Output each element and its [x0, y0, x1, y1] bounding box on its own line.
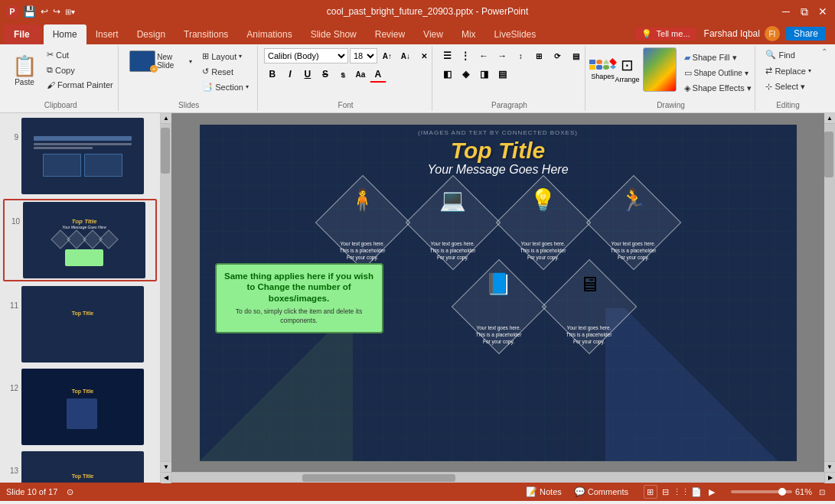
select-button[interactable]: ⊹ Select ▾	[762, 80, 809, 94]
tab-transitions[interactable]: Transitions	[175, 24, 237, 44]
line-spacing-button[interactable]: ↕	[512, 47, 529, 64]
align-left-button[interactable]: ◧	[439, 66, 455, 83]
callout-box[interactable]: Same thing applies here if you wish to C…	[215, 263, 383, 334]
font-name-select[interactable]: Calibri (Body)	[264, 48, 348, 63]
slide-canvas[interactable]: (IMAGES AND TEXT BY CONNECTED BOXES) Top…	[200, 125, 797, 461]
h-scrollbar[interactable]: ◀ ▶	[161, 472, 835, 483]
quick-save[interactable]: 💾	[23, 5, 36, 18]
status-right: 📝 Notes 💬 Comments ⊞ ⊟ ⋮⋮ 📄 ▶ 61% ⊡	[523, 485, 829, 499]
new-slide-button[interactable]: + New Slide ▾	[125, 47, 197, 75]
diamond-3[interactable]: 💡 Your text goes here.This is a placehol…	[501, 183, 585, 263]
justify-button[interactable]: ▤	[494, 66, 510, 83]
ribbon-collapse-button[interactable]: ⌃	[821, 46, 832, 111]
bold-button[interactable]: B	[264, 66, 281, 83]
v-scrollbar-left[interactable]: ▲ ▼	[161, 113, 171, 472]
scroll-up-button[interactable]: ▲	[161, 113, 171, 124]
italic-button[interactable]: I	[282, 66, 298, 83]
tell-me-box[interactable]: 💡 Tell me...	[635, 28, 696, 41]
close-button[interactable]: ✕	[817, 5, 829, 18]
replace-button[interactable]: ⇄ Replace ▾	[762, 63, 814, 78]
diamond-1[interactable]: 🧍 Your text goes here.This is a placehol…	[321, 183, 405, 263]
tab-animations[interactable]: Animations	[237, 24, 301, 44]
slideshow-button[interactable]: ▶	[705, 485, 719, 499]
tab-liveslides[interactable]: LiveSlides	[485, 24, 546, 44]
strikethrough-button[interactable]: S	[317, 66, 334, 83]
slide-thumb-10[interactable]: 10 Top Title Your Message Goes Here	[3, 199, 157, 281]
increase-indent-button[interactable]: →	[494, 47, 510, 64]
text-direction-button[interactable]: ⟳	[549, 47, 566, 64]
zoom-slider[interactable]	[731, 490, 792, 493]
slide-thumb-9[interactable]: 9	[3, 116, 157, 196]
format-painter-button[interactable]: 🖌 Format Painter	[43, 78, 117, 92]
align-right-button[interactable]: ◨	[475, 66, 492, 83]
quick-redo[interactable]: ↪	[53, 6, 60, 17]
diamond-5[interactable]: 📘 Your text goes here.This is a placehol…	[457, 267, 541, 347]
tab-insert[interactable]: Insert	[86, 24, 128, 44]
shadow-button[interactable]: s	[334, 66, 351, 83]
align-smartart-button[interactable]: ▤	[567, 47, 584, 64]
increase-font-button[interactable]: A↑	[379, 47, 396, 64]
numbering-button[interactable]: ⋮	[457, 47, 474, 64]
reading-view-button[interactable]: 📄	[690, 485, 703, 499]
shape-effects-button[interactable]: ◈ Shape Effects ▾	[680, 81, 755, 96]
tab-design[interactable]: Design	[128, 24, 175, 44]
share-button[interactable]: Share	[786, 27, 826, 41]
tab-review[interactable]: Review	[366, 24, 414, 44]
shapes-button[interactable]: Shapes	[592, 47, 615, 92]
copy-button[interactable]: ⧉ Copy	[43, 63, 117, 77]
slide-info: Slide 10 of 17	[6, 487, 57, 496]
scroll-down-right-button[interactable]: ▼	[824, 461, 835, 472]
v-scrollbar-right[interactable]: ▲ ▼	[824, 113, 835, 472]
outline-view-button[interactable]: ⊟	[659, 485, 673, 499]
font-size-select[interactable]: 18	[350, 48, 377, 63]
slide-thumb-13[interactable]: 13 Top Title	[3, 450, 157, 483]
canvas-area[interactable]: ▲ ▼ (IMAGES AND TEXT BY CONNECTED BOXES)	[161, 113, 835, 472]
layout-button[interactable]: ⊞ Layout ▾	[198, 49, 253, 63]
scroll-up-right-button[interactable]: ▲	[824, 113, 835, 124]
tab-mix[interactable]: Mix	[452, 24, 485, 44]
scroll-right-button[interactable]: ▶	[824, 473, 835, 483]
quick-customize[interactable]: ⊞▾	[65, 8, 75, 16]
tab-slideshow[interactable]: Slide Show	[302, 24, 366, 44]
bullets-button[interactable]: ☰	[439, 47, 455, 64]
columns-button[interactable]: ⊞	[530, 47, 547, 64]
arrange-button[interactable]: ⊡ Arrange	[616, 47, 639, 92]
slide-thumb-11[interactable]: 11 Top Title	[3, 285, 157, 364]
scroll-down-button[interactable]: ▼	[161, 461, 171, 472]
scroll-left-button[interactable]: ◀	[161, 473, 171, 483]
restore-button[interactable]: ⧉	[798, 5, 811, 18]
clear-format-button[interactable]: ✕	[416, 47, 432, 64]
tab-file[interactable]: File	[3, 24, 41, 44]
tab-view[interactable]: View	[414, 24, 452, 44]
comments-button[interactable]: 💬 Comments	[571, 486, 631, 497]
underline-button[interactable]: U	[299, 66, 316, 83]
quick-styles-button[interactable]	[641, 47, 679, 92]
cut-button[interactable]: ✂ Cut	[43, 47, 117, 62]
shape-outline-button[interactable]: ▭ Shape Outline ▾	[680, 66, 755, 80]
minimize-button[interactable]: ─	[780, 5, 792, 18]
slide-sorter-button[interactable]: ⋮⋮	[674, 485, 688, 499]
diamond-5-icon: 📘	[485, 272, 512, 297]
diamond-6[interactable]: 🖥 Your text goes here.This is a placehol…	[547, 267, 631, 347]
shape-fill-button[interactable]: ▰ Shape Fill ▾	[680, 50, 755, 65]
find-button[interactable]: 🔍 Find	[762, 47, 798, 62]
section-button[interactable]: 📑 Section ▾	[198, 80, 253, 94]
decrease-indent-button[interactable]: ←	[475, 47, 492, 64]
accessibility-icon[interactable]: ⊙	[67, 487, 73, 497]
diamond-4[interactable]: 🏃 Your text goes here.This is a placehol…	[592, 183, 676, 263]
slide-thumb-12[interactable]: 12 Top Title	[3, 367, 157, 447]
align-center-button[interactable]: ◈	[457, 66, 474, 83]
user-avatar[interactable]: FI	[765, 26, 780, 41]
quick-undo[interactable]: ↩	[41, 6, 48, 17]
diamond-2[interactable]: 💻 Your text goes here.This is a placehol…	[411, 183, 495, 263]
zoom-fit-button[interactable]: ⊡	[815, 485, 829, 499]
change-case-button[interactable]: Aa	[352, 66, 369, 83]
font-color-button[interactable]: A	[370, 66, 387, 83]
decrease-font-button[interactable]: A↓	[397, 47, 414, 64]
notes-button[interactable]: 📝 Notes	[523, 486, 565, 497]
tab-home[interactable]: Home	[44, 24, 86, 44]
paste-button[interactable]: 📋 Paste	[8, 47, 41, 93]
reset-button[interactable]: ↺ Reset	[198, 64, 253, 79]
normal-view-button[interactable]: ⊞	[644, 485, 657, 499]
zoom-slider-thumb[interactable]	[778, 488, 786, 496]
